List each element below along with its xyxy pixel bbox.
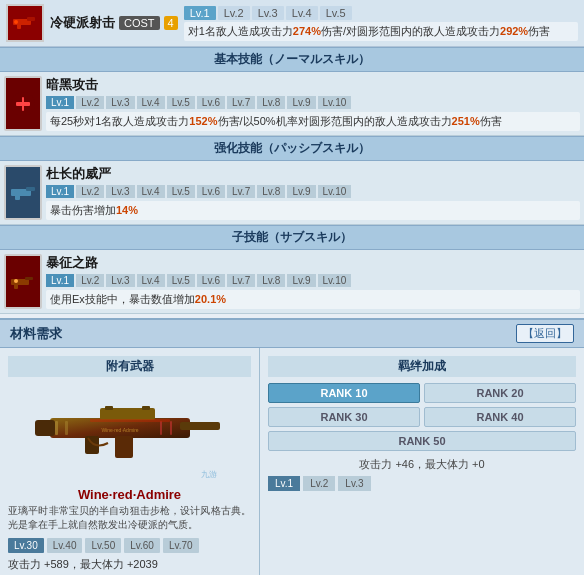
top-skill-name: 冷硬派射击 [50, 14, 115, 32]
passive-skill-name-row: 杜长的威严 [46, 165, 580, 183]
passive-lv3[interactable]: Lv.3 [106, 185, 134, 198]
normal-lv5[interactable]: Lv.5 [167, 96, 195, 109]
normal-skill-right: 暗黑攻击 Lv.1 Lv.2 Lv.3 Lv.4 Lv.5 Lv.6 Lv.7 … [46, 72, 584, 135]
wlv30[interactable]: Lv.30 [8, 538, 44, 553]
top-skill-name-cost: 冷硬派射击 COST 4 [50, 14, 178, 32]
sub-skill-header: 子技能（サブスキル） [0, 225, 584, 250]
rlv3[interactable]: Lv.3 [338, 476, 370, 491]
normal-lv3[interactable]: Lv.3 [106, 96, 134, 109]
rank20-btn[interactable]: RANK 20 [424, 383, 576, 403]
sub-lv5[interactable]: Lv.5 [167, 274, 195, 287]
svg-rect-25 [170, 421, 172, 435]
rank30-btn[interactable]: RANK 30 [268, 407, 420, 427]
weapon-image: Wine·red·Admire [30, 388, 230, 478]
passive-skill-header: 强化技能（パッシブスキル） [0, 136, 584, 161]
passive-lv9[interactable]: Lv.9 [287, 185, 315, 198]
normal-skill-icon [4, 76, 42, 131]
top-lv5[interactable]: Lv.5 [320, 6, 352, 20]
top-lv4[interactable]: Lv.4 [286, 6, 318, 20]
wlv70[interactable]: Lv.70 [163, 538, 199, 553]
rank-stat: 攻击力 +46，最大体力 +0 [268, 457, 576, 472]
weapon-image-area: Wine·red·Admire 九游 [8, 383, 251, 483]
sub-lv8[interactable]: Lv.8 [257, 274, 285, 287]
svg-rect-22 [55, 421, 58, 435]
normal-skill-desc: 每25秒对1名敌人造成攻击力152%伤害/以50%机率对圆形范围内的敌人造成攻击… [46, 112, 580, 131]
rlv2[interactable]: Lv.2 [303, 476, 335, 491]
normal-lv1[interactable]: Lv.1 [46, 96, 74, 109]
passive-skill-row: 杜长的威严 Lv.1 Lv.2 Lv.3 Lv.4 Lv.5 Lv.6 Lv.7… [0, 161, 584, 225]
svg-text:九游: 九游 [201, 470, 217, 479]
rank40-btn[interactable]: RANK 40 [424, 407, 576, 427]
sub-lv2[interactable]: Lv.2 [76, 274, 104, 287]
svg-point-13 [14, 279, 18, 283]
sub-lv6[interactable]: Lv.6 [197, 274, 225, 287]
sub-lv3[interactable]: Lv.3 [106, 274, 134, 287]
passive-lv5[interactable]: Lv.5 [167, 185, 195, 198]
materials-header: 材料需求 【返回】 [0, 320, 584, 348]
normal-lv10[interactable]: Lv.10 [318, 96, 352, 109]
rlv1[interactable]: Lv.1 [268, 476, 300, 491]
passive-level-tabs: Lv.1 Lv.2 Lv.3 Lv.4 Lv.5 Lv.6 Lv.7 Lv.8 … [46, 185, 580, 198]
sub-lv7[interactable]: Lv.7 [227, 274, 255, 287]
top-lv1[interactable]: Lv.1 [184, 6, 216, 20]
svg-rect-9 [15, 195, 20, 200]
normal-lv8[interactable]: Lv.8 [257, 96, 285, 109]
normal-lv4[interactable]: Lv.4 [137, 96, 165, 109]
top-skill-desc: 对1名敌人造成攻击力274%伤害/对圆形范围内的敌人造成攻击力292%伤害 [184, 22, 578, 41]
svg-rect-8 [26, 187, 35, 191]
return-button[interactable]: 【返回】 [516, 324, 574, 343]
top-lv2[interactable]: Lv.2 [218, 6, 250, 20]
top-lv3[interactable]: Lv.3 [252, 6, 284, 20]
sub-skill-name-row: 暴征之路 [46, 254, 580, 272]
normal-skill-header: 基本技能（ノーマルスキル） [0, 47, 584, 72]
svg-rect-6 [22, 97, 24, 111]
passive-lv10[interactable]: Lv.10 [318, 185, 352, 198]
passive-skill-name: 杜长的威严 [46, 165, 111, 183]
sub-skill-icon [4, 254, 42, 309]
normal-skill-row: 暗黑攻击 Lv.1 Lv.2 Lv.3 Lv.4 Lv.5 Lv.6 Lv.7 … [0, 72, 584, 136]
svg-rect-2 [17, 23, 21, 29]
passive-lv8[interactable]: Lv.8 [257, 185, 285, 198]
weapon-watermark: 九游 [201, 465, 241, 483]
rank10-btn[interactable]: RANK 10 [268, 383, 420, 403]
top-skill-icon [6, 4, 44, 42]
cost-label: COST [119, 16, 160, 30]
passive-lv6[interactable]: Lv.6 [197, 185, 225, 198]
weapon-panel: 附有武器 [0, 348, 260, 575]
svg-rect-11 [25, 277, 33, 280]
normal-lv6[interactable]: Lv.6 [197, 96, 225, 109]
top-level-tabs: Lv.1 Lv.2 Lv.3 Lv.4 Lv.5 [184, 6, 578, 20]
passive-lv4[interactable]: Lv.4 [137, 185, 165, 198]
sub-lv1[interactable]: Lv.1 [46, 274, 74, 287]
normal-lv7[interactable]: Lv.7 [227, 96, 255, 109]
normal-lv2[interactable]: Lv.2 [76, 96, 104, 109]
sub-lv4[interactable]: Lv.4 [137, 274, 165, 287]
passive-skill-desc: 暴击伤害增加14% [46, 201, 580, 220]
svg-rect-26 [90, 419, 170, 422]
passive-lv7[interactable]: Lv.7 [227, 185, 255, 198]
rank-panel: 羁绊加成 RANK 10 RANK 20 RANK 30 RANK 40 RAN… [260, 348, 584, 575]
passive-lv1[interactable]: Lv.1 [46, 185, 74, 198]
weapon-stat: 攻击力 +589，最大体力 +2039 [8, 557, 251, 572]
cost-num: 4 [164, 16, 178, 30]
sub-skill-row: 暴征之路 Lv.1 Lv.2 Lv.3 Lv.4 Lv.5 Lv.6 Lv.7 … [0, 250, 584, 314]
svg-rect-16 [35, 420, 55, 436]
svg-rect-18 [105, 406, 113, 410]
svg-rect-12 [14, 284, 18, 289]
sub-level-tabs: Lv.1 Lv.2 Lv.3 Lv.4 Lv.5 Lv.6 Lv.7 Lv.8 … [46, 274, 580, 287]
materials-title: 材料需求 [10, 325, 62, 343]
sub-lv10[interactable]: Lv.10 [318, 274, 352, 287]
rank50-btn[interactable]: RANK 50 [268, 431, 576, 451]
normal-skill-name-row: 暗黑攻击 [46, 76, 580, 94]
wlv60[interactable]: Lv.60 [124, 538, 160, 553]
rank-panel-title: 羁绊加成 [268, 356, 576, 377]
passive-lv2[interactable]: Lv.2 [76, 185, 104, 198]
wlv40[interactable]: Lv.40 [47, 538, 83, 553]
svg-rect-19 [142, 406, 150, 410]
sub-lv9[interactable]: Lv.9 [287, 274, 315, 287]
wlv50[interactable]: Lv.50 [85, 538, 121, 553]
weapon-level-tabs: Lv.30 Lv.40 Lv.50 Lv.60 Lv.70 [8, 538, 251, 553]
normal-lv9[interactable]: Lv.9 [287, 96, 315, 109]
weapon-name: Wine·red·Admire [8, 487, 251, 502]
svg-rect-15 [180, 422, 220, 430]
